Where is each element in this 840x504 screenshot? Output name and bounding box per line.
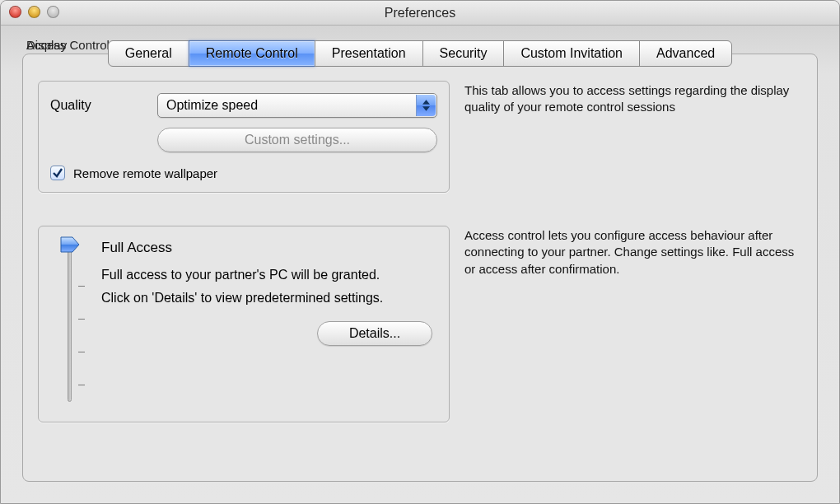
- access-help-text: Access control lets you configure access…: [464, 226, 802, 422]
- tab-remote-control[interactable]: Remote Control: [189, 40, 315, 67]
- quality-value: Optimize speed: [166, 98, 258, 113]
- close-icon[interactable]: [9, 6, 21, 18]
- remove-wallpaper-checkbox[interactable]: [50, 166, 65, 180]
- display-group: Quality Optimize speed: [38, 81, 450, 193]
- tab-custom-invitation[interactable]: Custom Invitation: [503, 40, 640, 67]
- quality-select[interactable]: Optimize speed: [157, 93, 437, 118]
- minimize-icon[interactable]: [28, 6, 40, 18]
- preferences-window: Preferences General Remote Control Prese…: [0, 0, 840, 504]
- access-desc-2: Click on 'Details' to view predetermined…: [101, 289, 437, 307]
- slider-thumb-icon[interactable]: [60, 236, 80, 253]
- tab-security[interactable]: Security: [422, 40, 505, 67]
- titlebar[interactable]: Preferences: [1, 1, 839, 26]
- window-controls: [9, 6, 59, 18]
- zoom-icon[interactable]: [47, 6, 59, 18]
- tab-advanced[interactable]: Advanced: [639, 40, 732, 67]
- quality-label: Quality: [50, 98, 157, 113]
- custom-settings-button[interactable]: Custom settings...: [157, 128, 437, 152]
- svg-marker-0: [422, 100, 430, 104]
- access-title: Full Access: [101, 240, 437, 256]
- window-title: Preferences: [385, 6, 455, 21]
- tab-pane: Display Quality Optimize speed: [22, 54, 818, 482]
- access-control-group: Full Access Full access to your partner'…: [38, 226, 450, 422]
- access-desc-1: Full access to your partner's PC will be…: [101, 266, 437, 284]
- tab-general[interactable]: General: [108, 40, 189, 67]
- dropdown-arrows-icon: [416, 95, 436, 116]
- tab-bar: General Remote Control Presentation Secu…: [22, 40, 818, 67]
- svg-marker-1: [422, 106, 430, 110]
- display-help-text: This tab allows you to access settings r…: [464, 81, 802, 193]
- slider-track: [68, 243, 72, 402]
- details-button[interactable]: Details...: [317, 321, 432, 346]
- content-area: General Remote Control Presentation Secu…: [1, 26, 839, 503]
- access-level-slider[interactable]: [57, 238, 82, 407]
- remove-wallpaper-label: Remove remote wallpaper: [73, 166, 217, 180]
- tab-presentation[interactable]: Presentation: [315, 40, 423, 67]
